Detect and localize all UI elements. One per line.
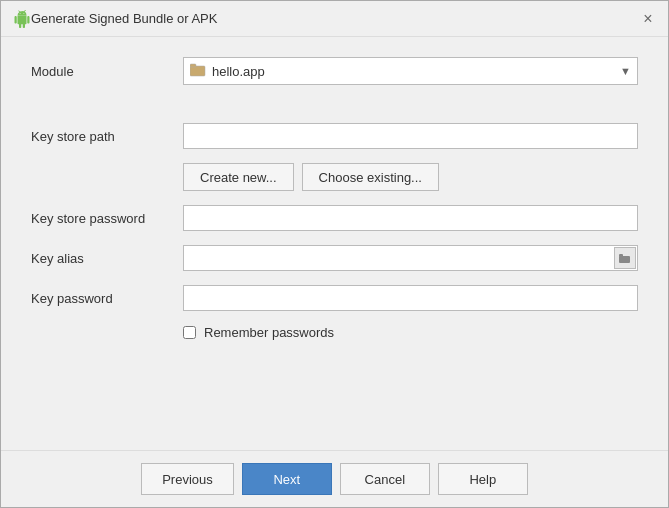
key-store-path-label: Key store path xyxy=(31,129,171,144)
create-new-button[interactable]: Create new... xyxy=(183,163,294,191)
module-label: Module xyxy=(31,64,171,79)
key-password-row: Key password xyxy=(31,285,638,311)
key-alias-label: Key alias xyxy=(31,251,171,266)
previous-button[interactable]: Previous xyxy=(141,463,234,495)
key-password-input[interactable] xyxy=(183,285,638,311)
svg-rect-2 xyxy=(619,256,630,263)
choose-existing-button[interactable]: Choose existing... xyxy=(302,163,439,191)
key-alias-row: Key alias xyxy=(31,245,638,271)
dialog-footer: Previous Next Cancel Help xyxy=(1,450,668,507)
dialog-content: Module hello.app ▼ Key store path xyxy=(1,37,668,450)
help-button[interactable]: Help xyxy=(438,463,528,495)
svg-rect-3 xyxy=(619,254,623,257)
module-folder-icon xyxy=(190,63,206,80)
module-dropdown[interactable]: hello.app ▼ xyxy=(183,57,638,85)
cancel-button[interactable]: Cancel xyxy=(340,463,430,495)
generate-signed-dialog: Generate Signed Bundle or APK × Module h… xyxy=(0,0,669,508)
key-store-password-row: Key store password xyxy=(31,205,638,231)
key-store-password-input[interactable] xyxy=(183,205,638,231)
browse-folder-icon xyxy=(619,253,631,263)
key-alias-input[interactable] xyxy=(183,245,638,271)
module-row: Module hello.app ▼ xyxy=(31,57,638,85)
key-store-path-input[interactable] xyxy=(183,123,638,149)
module-selected-value: hello.app xyxy=(212,64,265,79)
remember-passwords-label: Remember passwords xyxy=(204,325,334,340)
module-dropdown-arrow: ▼ xyxy=(620,65,631,77)
key-store-buttons: Create new... Choose existing... xyxy=(31,163,638,191)
remember-passwords-checkbox[interactable] xyxy=(183,326,196,339)
android-icon xyxy=(13,10,31,28)
close-button[interactable]: × xyxy=(640,11,656,27)
key-password-label: Key password xyxy=(31,291,171,306)
key-store-path-row: Key store path xyxy=(31,123,638,149)
title-bar: Generate Signed Bundle or APK × xyxy=(1,1,668,37)
key-store-password-label: Key store password xyxy=(31,211,171,226)
key-alias-browse-button[interactable] xyxy=(614,247,636,269)
key-alias-input-wrap xyxy=(183,245,638,271)
remember-passwords-row: Remember passwords xyxy=(31,325,638,340)
svg-rect-1 xyxy=(190,64,196,67)
next-button[interactable]: Next xyxy=(242,463,332,495)
dialog-title: Generate Signed Bundle or APK xyxy=(31,11,640,26)
svg-rect-0 xyxy=(190,66,205,76)
